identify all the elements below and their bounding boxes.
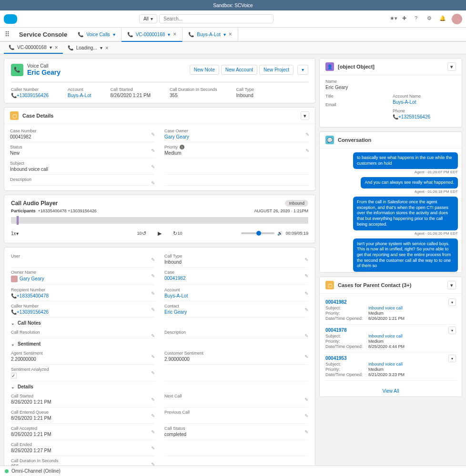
case-menu-button[interactable]: ▾ <box>448 355 456 362</box>
details-header[interactable]: ⌄Details <box>11 381 308 392</box>
skip-forward-button[interactable]: ↻10 <box>173 228 182 238</box>
edit-pencil-icon[interactable]: ✎ <box>151 397 155 402</box>
chevron-down-icon[interactable]: ▾ <box>100 45 102 50</box>
edit-pencil-icon[interactable]: ✎ <box>151 273 155 278</box>
panel-menu-button[interactable]: ▾ <box>301 111 309 120</box>
omni-channel-button[interactable]: Omni-Channel (Online) <box>11 468 61 474</box>
audio-playhead[interactable] <box>17 216 19 225</box>
edit-pencil-icon[interactable]: ✎ <box>151 307 155 312</box>
call-notes-header[interactable]: ⌄Call Notes <box>11 317 308 328</box>
conversation-icon: 💬 <box>325 136 334 144</box>
field-value: Inbound <box>236 93 254 98</box>
edit-pencil-icon[interactable]: ✎ <box>151 148 155 153</box>
edit-pencil-icon[interactable]: ✎ <box>304 257 308 262</box>
edit-pencil-icon[interactable]: ✎ <box>151 429 155 435</box>
volume-icon[interactable]: 🔊 <box>277 231 283 236</box>
panel-menu-button[interactable]: ▾ <box>447 281 456 289</box>
edit-pencil-icon[interactable]: ✎ <box>305 148 309 153</box>
subtab[interactable]: 📞VC-00000168▾× <box>4 42 63 54</box>
close-icon[interactable]: × <box>229 31 232 38</box>
edit-pencil-icon[interactable]: ✎ <box>304 333 308 338</box>
workspace-tab[interactable]: 📞Voice Calls▾ <box>72 28 121 41</box>
chevron-down-icon[interactable]: ▾ <box>50 45 52 50</box>
edit-pencil-icon[interactable]: ✎ <box>151 354 155 359</box>
workspace-tab[interactable]: 📞VC-00000168▾× <box>122 28 183 42</box>
app-name: Service Console <box>14 31 72 38</box>
field-value[interactable]: Buys-A-Lot <box>68 93 91 98</box>
close-icon[interactable]: × <box>105 45 109 51</box>
add-icon[interactable]: ✚ <box>402 15 410 23</box>
view-all-cases-link[interactable]: View All <box>320 386 462 397</box>
edit-pencil-icon[interactable]: ✎ <box>151 446 155 451</box>
info-icon[interactable]: i <box>180 145 184 149</box>
case-number-link[interactable]: 00041982 <box>325 299 456 305</box>
edit-pencil-icon[interactable]: ✎ <box>151 180 155 186</box>
sentiment-header[interactable]: ⌄Sentiment <box>11 338 308 349</box>
audio-track[interactable] <box>11 217 308 224</box>
chevron-down-icon[interactable]: ▾ <box>223 32 226 37</box>
action-button[interactable]: New Account <box>221 65 257 75</box>
help-icon[interactable]: ? <box>415 15 422 23</box>
case-number-link[interactable]: 00041978 <box>325 327 456 333</box>
workspace-tab[interactable]: 📞Buys-A-Lot▾× <box>182 28 238 41</box>
case-menu-button[interactable]: ▾ <box>448 327 456 334</box>
setup-gear-icon[interactable]: ⚙ <box>427 15 435 23</box>
voice-call-icon: 📞 <box>11 64 23 76</box>
message-bubble: to basically see what happens in the cue… <box>353 152 458 169</box>
message-meta: Agent · 01:26:07 PM EDT <box>415 170 458 174</box>
close-icon[interactable]: × <box>173 31 176 38</box>
subtab[interactable]: 📞Loading...▾× <box>63 42 113 54</box>
parent-cases-panel: ▢ Cases for Parent Contact (3+) ▾ 000419… <box>319 277 462 397</box>
phone-icon: 📞 <box>9 45 14 50</box>
field-value: 8/26/2020 1:21 PM <box>111 93 151 98</box>
edit-pencil-icon[interactable]: ✎ <box>151 413 155 418</box>
edit-pencil-icon[interactable]: ✎ <box>304 291 308 296</box>
conversation-scroll[interactable]: to basically see what happens in the cue… <box>320 149 462 272</box>
edit-pencil-icon[interactable]: ✎ <box>305 132 309 137</box>
edit-pencil-icon[interactable]: ✎ <box>304 397 308 402</box>
case-icon: ▢ <box>10 111 19 120</box>
favorites-icon[interactable]: ★▾ <box>390 15 397 23</box>
edit-pencil-icon[interactable]: ✎ <box>304 307 308 312</box>
field-value[interactable]: 📞+13039156426 <box>11 93 49 98</box>
chevron-down-icon[interactable]: ▾ <box>113 32 115 37</box>
edit-pencil-icon[interactable]: ✎ <box>304 429 308 435</box>
edit-pencil-icon[interactable]: ✎ <box>151 164 155 169</box>
user-avatar[interactable] <box>452 14 462 24</box>
edit-pencil-icon[interactable]: ✎ <box>151 132 155 137</box>
play-button[interactable]: ▶ <box>155 228 164 238</box>
notifications-icon[interactable]: 🔔 <box>439 15 447 23</box>
app-launcher-icon[interactable]: ⠿ <box>0 30 14 38</box>
action-button[interactable]: New Note <box>190 65 219 75</box>
edit-pencil-icon[interactable]: ✎ <box>151 333 155 338</box>
sandbox-banner: Sandbox: SCVoice <box>0 0 466 10</box>
edit-pencil-icon[interactable]: ✎ <box>304 354 308 359</box>
contact-icon: 👤 <box>325 62 334 71</box>
playback-speed-button[interactable]: 1x▾ <box>11 231 19 236</box>
edit-pencil-icon[interactable]: ✎ <box>151 257 155 262</box>
close-icon[interactable]: × <box>55 44 58 51</box>
case-menu-button[interactable]: ▾ <box>448 298 456 306</box>
edit-pencil-icon[interactable]: ✎ <box>304 413 308 418</box>
panel-menu-button[interactable]: ▾ <box>447 62 456 71</box>
record-name-link[interactable]: Eric Geary <box>27 69 61 76</box>
account-link[interactable]: Buys-A-Lot <box>393 99 456 105</box>
skip-back-button[interactable]: 10↺ <box>137 228 146 238</box>
chevron-down-icon[interactable]: ▾ <box>168 32 170 37</box>
message-bubble: And you can always see really what happe… <box>361 177 458 188</box>
volume-slider[interactable] <box>241 232 274 234</box>
edit-pencil-icon[interactable]: ✎ <box>151 370 155 376</box>
subtab-bar: 📞VC-00000168▾×📞Loading...▾× <box>0 42 466 54</box>
action-button[interactable]: New Project <box>259 65 294 75</box>
actions-menu-button[interactable]: ▾ <box>297 65 308 75</box>
global-search-input[interactable] <box>159 14 274 23</box>
edit-pencil-icon[interactable]: ✎ <box>304 273 308 278</box>
edit-pencil-icon[interactable]: ✎ <box>151 291 155 296</box>
object-label: Voice Call <box>27 63 61 69</box>
case-icon: ▢ <box>325 281 334 289</box>
phone-link[interactable]: 📞+13259156426 <box>393 114 456 119</box>
owner-avatar-icon <box>11 276 18 282</box>
case-number-link[interactable]: 00041953 <box>325 356 456 361</box>
audio-time: 00:09/05:19 <box>285 231 308 236</box>
search-scope-dropdown[interactable]: All ▾ <box>139 14 157 23</box>
